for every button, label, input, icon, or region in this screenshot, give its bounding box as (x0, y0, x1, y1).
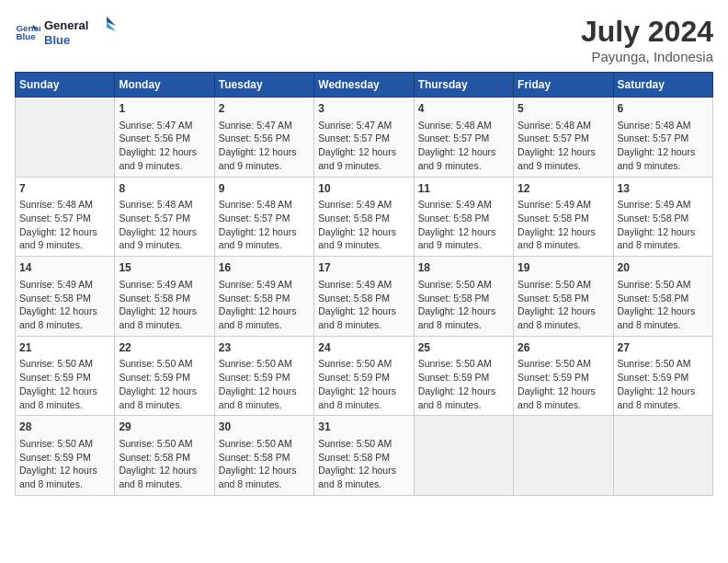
calendar-cell: 7Sunrise: 5:48 AM Sunset: 5:57 PM Daylig… (16, 177, 115, 257)
day-info: Sunrise: 5:47 AM Sunset: 5:57 PM Dayligh… (318, 119, 409, 173)
day-number: 4 (418, 101, 509, 117)
calendar-cell: 21Sunrise: 5:50 AM Sunset: 5:59 PM Dayli… (16, 336, 115, 416)
day-number: 19 (518, 260, 609, 276)
day-number: 6 (618, 101, 709, 117)
calendar-cell: 6Sunrise: 5:48 AM Sunset: 5:57 PM Daylig… (613, 98, 712, 178)
calendar-table: SundayMondayTuesdayWednesdayThursdayFrid… (15, 72, 713, 496)
calendar-cell (414, 416, 513, 496)
day-number: 2 (219, 101, 310, 117)
day-number: 5 (518, 101, 609, 117)
calendar-cell: 13Sunrise: 5:49 AM Sunset: 5:58 PM Dayli… (613, 177, 712, 257)
day-number: 29 (119, 419, 210, 435)
day-number: 11 (418, 181, 509, 197)
day-info: Sunrise: 5:48 AM Sunset: 5:57 PM Dayligh… (418, 119, 509, 173)
day-info: Sunrise: 5:50 AM Sunset: 5:58 PM Dayligh… (618, 278, 709, 332)
header-wednesday: Wednesday (314, 73, 414, 98)
calendar-cell: 19Sunrise: 5:50 AM Sunset: 5:58 PM Dayli… (514, 257, 613, 337)
svg-text:Blue: Blue (16, 31, 36, 41)
day-info: Sunrise: 5:48 AM Sunset: 5:57 PM Dayligh… (19, 198, 110, 252)
week-row-2: 14Sunrise: 5:49 AM Sunset: 5:58 PM Dayli… (16, 257, 713, 337)
svg-text:General: General (44, 18, 88, 32)
location: Payunga, Indonesia (581, 49, 713, 64)
day-number: 23 (219, 340, 310, 356)
calendar-cell: 18Sunrise: 5:50 AM Sunset: 5:58 PM Dayli… (414, 257, 513, 337)
header-sunday: Sunday (16, 73, 115, 98)
day-info: Sunrise: 5:48 AM Sunset: 5:57 PM Dayligh… (618, 119, 709, 173)
day-info: Sunrise: 5:49 AM Sunset: 5:58 PM Dayligh… (518, 198, 609, 252)
day-number: 28 (19, 419, 110, 435)
day-info: Sunrise: 5:50 AM Sunset: 5:58 PM Dayligh… (418, 278, 509, 332)
calendar-cell (613, 416, 712, 496)
logo-icon: General Blue (15, 19, 40, 45)
calendar-cell: 31Sunrise: 5:50 AM Sunset: 5:58 PM Dayli… (314, 416, 414, 496)
calendar-cell (16, 98, 115, 178)
day-info: Sunrise: 5:50 AM Sunset: 5:59 PM Dayligh… (318, 357, 409, 411)
header-thursday: Thursday (414, 73, 513, 98)
calendar-cell (514, 416, 613, 496)
day-info: Sunrise: 5:49 AM Sunset: 5:58 PM Dayligh… (318, 278, 409, 332)
day-info: Sunrise: 5:50 AM Sunset: 5:59 PM Dayligh… (418, 357, 509, 411)
day-number: 21 (19, 340, 110, 356)
logo-svg: General Blue (44, 15, 118, 50)
calendar-cell: 29Sunrise: 5:50 AM Sunset: 5:58 PM Dayli… (115, 416, 214, 496)
page-header: General Blue General Blue July 2024 Payu… (15, 15, 713, 64)
calendar-cell: 5Sunrise: 5:48 AM Sunset: 5:57 PM Daylig… (514, 98, 613, 178)
calendar-cell: 15Sunrise: 5:49 AM Sunset: 5:58 PM Dayli… (115, 257, 214, 337)
calendar-cell: 25Sunrise: 5:50 AM Sunset: 5:59 PM Dayli… (414, 336, 513, 416)
week-row-0: 1Sunrise: 5:47 AM Sunset: 5:56 PM Daylig… (16, 98, 713, 178)
day-info: Sunrise: 5:50 AM Sunset: 5:58 PM Dayligh… (318, 437, 409, 491)
day-number: 9 (219, 181, 310, 197)
calendar-cell: 24Sunrise: 5:50 AM Sunset: 5:59 PM Dayli… (314, 336, 414, 416)
day-info: Sunrise: 5:50 AM Sunset: 5:59 PM Dayligh… (518, 357, 609, 411)
day-info: Sunrise: 5:49 AM Sunset: 5:58 PM Dayligh… (119, 278, 210, 332)
day-info: Sunrise: 5:50 AM Sunset: 5:58 PM Dayligh… (518, 278, 609, 332)
day-number: 14 (19, 260, 110, 276)
calendar-cell: 12Sunrise: 5:49 AM Sunset: 5:58 PM Dayli… (514, 177, 613, 257)
title-block: July 2024 Payunga, Indonesia (581, 15, 713, 64)
day-info: Sunrise: 5:48 AM Sunset: 5:57 PM Dayligh… (219, 198, 310, 252)
calendar-cell: 16Sunrise: 5:49 AM Sunset: 5:58 PM Dayli… (214, 257, 313, 337)
day-number: 30 (219, 419, 310, 435)
day-number: 16 (219, 260, 310, 276)
day-number: 1 (119, 101, 210, 117)
day-number: 26 (518, 340, 609, 356)
day-info: Sunrise: 5:50 AM Sunset: 5:59 PM Dayligh… (19, 437, 110, 491)
calendar-cell: 23Sunrise: 5:50 AM Sunset: 5:59 PM Dayli… (214, 336, 313, 416)
month-year: July 2024 (581, 15, 713, 49)
header-monday: Monday (115, 73, 214, 98)
day-info: Sunrise: 5:50 AM Sunset: 5:59 PM Dayligh… (19, 357, 110, 411)
calendar-cell: 2Sunrise: 5:47 AM Sunset: 5:56 PM Daylig… (214, 98, 313, 178)
day-info: Sunrise: 5:50 AM Sunset: 5:59 PM Dayligh… (618, 357, 709, 411)
day-info: Sunrise: 5:48 AM Sunset: 5:57 PM Dayligh… (518, 119, 609, 173)
day-number: 17 (318, 260, 409, 276)
day-number: 8 (119, 181, 210, 197)
week-row-1: 7Sunrise: 5:48 AM Sunset: 5:57 PM Daylig… (16, 177, 713, 257)
calendar-cell: 30Sunrise: 5:50 AM Sunset: 5:58 PM Dayli… (214, 416, 313, 496)
day-number: 25 (418, 340, 509, 356)
calendar-cell: 20Sunrise: 5:50 AM Sunset: 5:58 PM Dayli… (613, 257, 712, 337)
day-info: Sunrise: 5:48 AM Sunset: 5:57 PM Dayligh… (119, 198, 210, 252)
day-number: 24 (318, 340, 409, 356)
day-info: Sunrise: 5:50 AM Sunset: 5:58 PM Dayligh… (119, 437, 210, 491)
calendar-cell: 11Sunrise: 5:49 AM Sunset: 5:58 PM Dayli… (414, 177, 513, 257)
header-tuesday: Tuesday (214, 73, 313, 98)
calendar-cell: 27Sunrise: 5:50 AM Sunset: 5:59 PM Dayli… (613, 336, 712, 416)
calendar-cell: 9Sunrise: 5:48 AM Sunset: 5:57 PM Daylig… (214, 177, 313, 257)
header-saturday: Saturday (613, 73, 712, 98)
week-row-3: 21Sunrise: 5:50 AM Sunset: 5:59 PM Dayli… (16, 336, 713, 416)
day-number: 12 (518, 181, 609, 197)
calendar-cell: 14Sunrise: 5:49 AM Sunset: 5:58 PM Dayli… (16, 257, 115, 337)
day-number: 13 (618, 181, 709, 197)
svg-text:Blue: Blue (44, 33, 70, 47)
day-number: 27 (618, 340, 709, 356)
day-info: Sunrise: 5:50 AM Sunset: 5:58 PM Dayligh… (219, 437, 310, 491)
calendar-cell: 8Sunrise: 5:48 AM Sunset: 5:57 PM Daylig… (115, 177, 214, 257)
day-number: 3 (318, 101, 409, 117)
calendar-cell: 10Sunrise: 5:49 AM Sunset: 5:58 PM Dayli… (314, 177, 414, 257)
day-info: Sunrise: 5:50 AM Sunset: 5:59 PM Dayligh… (119, 357, 210, 411)
day-info: Sunrise: 5:49 AM Sunset: 5:58 PM Dayligh… (318, 198, 409, 252)
day-info: Sunrise: 5:49 AM Sunset: 5:58 PM Dayligh… (219, 278, 310, 332)
day-number: 15 (119, 260, 210, 276)
week-row-4: 28Sunrise: 5:50 AM Sunset: 5:59 PM Dayli… (16, 416, 713, 496)
day-number: 7 (19, 181, 110, 197)
